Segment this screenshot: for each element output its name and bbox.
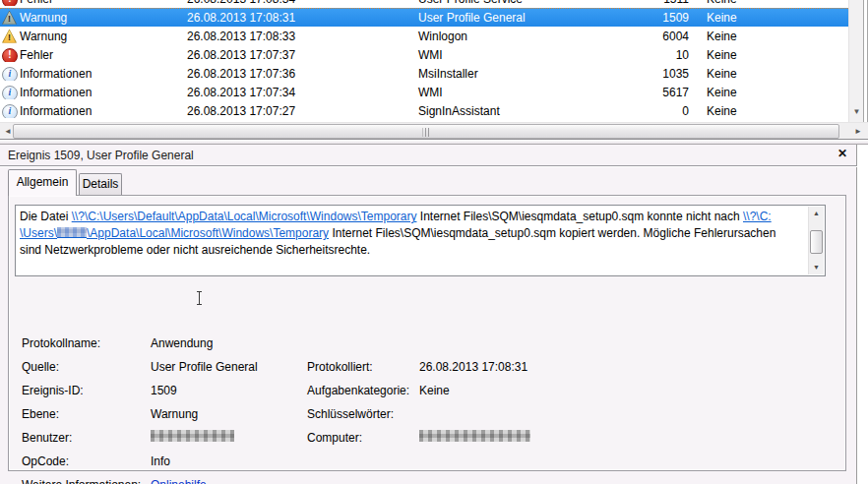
redacted-value — [151, 430, 234, 442]
field-value: 1509 — [151, 383, 177, 398]
event-category: Keine — [689, 11, 737, 25]
event-list: Fehler26.08.2013 17:08:34User Profile Se… — [0, 0, 848, 120]
event-source: WMI — [418, 48, 597, 62]
error-icon — [2, 0, 17, 6]
event-level: Fehler — [17, 48, 53, 62]
event-row[interactable]: Warnung26.08.2013 17:08:31User Profile G… — [0, 8, 848, 27]
event-message: Die Datei \\?\C:\Users\Default\AppData\L… — [20, 209, 805, 273]
event-list-pane: Fehler26.08.2013 17:08:34User Profile Se… — [0, 0, 868, 122]
event-id: 1035 — [597, 67, 689, 81]
scrollbar-grip-icon — [423, 128, 430, 137]
redacted-value — [419, 430, 530, 442]
event-level: Informationen — [17, 104, 92, 118]
field-value: User Profile General — [151, 359, 258, 375]
event-datetime: 26.08.2013 17:08:34 — [187, 0, 418, 6]
event-row[interactable]: Informationen26.08.2013 17:07:34WMI5617K… — [0, 83, 848, 101]
horizontal-scrollbar-thumb[interactable] — [13, 124, 839, 139]
event-row[interactable]: Informationen26.08.2013 17:07:36MsiInsta… — [0, 64, 848, 83]
field-label: OpCode: — [22, 454, 69, 469]
window-right-edge — [863, 0, 868, 122]
warning-icon — [2, 30, 17, 43]
error-icon — [2, 48, 17, 62]
event-row[interactable]: Warnung26.08.2013 17:08:33Winlogon6004Ke… — [0, 27, 848, 45]
info-icon — [2, 104, 17, 118]
event-description-textbox[interactable]: Die Datei \\?\C:\Users\Default\AppData\L… — [15, 205, 826, 276]
field-label: Computer: — [307, 430, 362, 446]
event-id: 10 — [597, 48, 689, 62]
event-category: Keine — [689, 67, 737, 81]
details-divider — [0, 165, 857, 167]
event-category: Keine — [689, 0, 737, 6]
event-row[interactable]: Fehler26.08.2013 17:08:34User Profile Se… — [0, 0, 848, 8]
tab-allgemein[interactable]: Allgemein — [8, 169, 77, 196]
scroll-down-icon[interactable]: ▼ — [849, 104, 864, 120]
message-text: Die Datei — [20, 210, 72, 223]
message-text: Internet Files\SQM\iesqmdata_setup0.sqm … — [416, 210, 743, 223]
event-details-title: Ereignis 1509, User Profile General — [8, 149, 194, 162]
event-row[interactable]: Informationen26.08.2013 17:07:27SignInAs… — [0, 101, 848, 120]
field-label: Aufgabenkategorie: — [307, 383, 409, 398]
field-value: Anwendung — [151, 335, 213, 351]
path-link[interactable]: \Users\ — [20, 226, 57, 240]
field-label: Schlüsselwörter: — [307, 406, 394, 422]
event-datetime: 26.08.2013 17:08:33 — [187, 30, 418, 43]
field-value: Keine — [419, 383, 450, 398]
field-label: Quelle: — [22, 359, 59, 375]
field-label: Protokollname: — [22, 335, 100, 351]
textbox-scrollbar-thumb[interactable] — [810, 230, 823, 254]
scroll-right-icon[interactable]: ► — [850, 123, 866, 140]
event-source: MsiInstaller — [418, 67, 597, 81]
event-level: Informationen — [17, 86, 92, 99]
event-source: SignInAssistant — [418, 104, 597, 118]
field-value: 26.08.2013 17:08:31 — [419, 359, 527, 375]
field-label: Benutzer: — [22, 430, 72, 446]
scroll-down-icon[interactable]: ▼ — [809, 261, 824, 274]
ibeam-cursor-icon — [196, 291, 203, 305]
field-row: Ebene:WarnungSchlüsselwörter: — [15, 404, 841, 428]
event-details-pane: Ereignis 1509, User Profile General ✕ Al… — [0, 145, 857, 484]
event-id: 0 — [597, 104, 689, 118]
event-id: 5617 — [597, 86, 689, 99]
scroll-up-icon[interactable]: ▲ — [809, 207, 824, 220]
message-text: Internet Files\SQM\iesqmdata_setup0.sqm … — [329, 226, 775, 240]
warning-icon — [2, 11, 17, 25]
event-category: Keine — [689, 30, 737, 43]
event-source: User Profile Service — [418, 0, 597, 6]
event-list-horizontal-scrollbar[interactable]: ◄ ► — [0, 122, 868, 139]
general-tab-content: Die Datei \\?\C:\Users\Default\AppData\L… — [8, 195, 846, 471]
path-link[interactable]: \AppData\Local\Microsoft\Windows\Tempora… — [87, 226, 329, 240]
event-datetime: 26.08.2013 17:07:37 — [187, 48, 418, 62]
event-row[interactable]: Fehler26.08.2013 17:07:37WMI10Keine — [0, 45, 848, 64]
path-link[interactable]: \\?\C:\Users\Default\AppData\Local\Micro… — [72, 210, 417, 223]
event-category: Keine — [689, 104, 737, 118]
close-icon[interactable]: ✕ — [833, 147, 852, 162]
field-row: Benutzer:Computer: — [15, 428, 841, 452]
info-icon — [2, 67, 17, 81]
event-category: Keine — [689, 86, 737, 99]
tab-details[interactable]: Details — [79, 173, 122, 196]
event-id: 1509 — [597, 11, 689, 25]
event-fields: Protokollname:AnwendungQuelle:User Profi… — [15, 333, 841, 484]
field-row: Ereignis-ID:1509Aufgabenkategorie:Keine — [15, 381, 841, 404]
field-value: Warnung — [151, 406, 198, 422]
path-link[interactable]: \\?\C: — [743, 210, 772, 223]
event-datetime: 26.08.2013 17:08:31 — [187, 11, 418, 25]
field-row: Protokollname:Anwendung — [15, 333, 841, 357]
event-level: Fehler — [17, 0, 53, 6]
event-level: Warnung — [17, 30, 67, 43]
textbox-vertical-scrollbar[interactable]: ▲ ▼ — [808, 207, 824, 274]
event-id: 1511 — [597, 0, 689, 6]
event-datetime: 26.08.2013 17:07:34 — [187, 86, 418, 99]
field-row: Quelle:User Profile GeneralProtokolliert… — [15, 357, 841, 381]
field-label: Ebene: — [22, 406, 59, 422]
onlinehilfe-link[interactable]: Onlinehilfe — [151, 477, 207, 484]
event-source: Winlogon — [418, 30, 597, 43]
field-label: Weitere Informationen: — [22, 477, 141, 484]
redacted-username — [57, 227, 87, 238]
message-text: sind Netzwerkprobleme oder nicht ausreic… — [20, 243, 370, 257]
event-list-vertical-scrollbar[interactable]: ▼ — [848, 0, 863, 122]
field-row: Weitere Informationen:Onlinehilfe — [15, 475, 841, 484]
field-label: Protokolliert: — [307, 359, 373, 375]
event-id: 6004 — [597, 30, 689, 43]
event-category: Keine — [689, 48, 737, 62]
